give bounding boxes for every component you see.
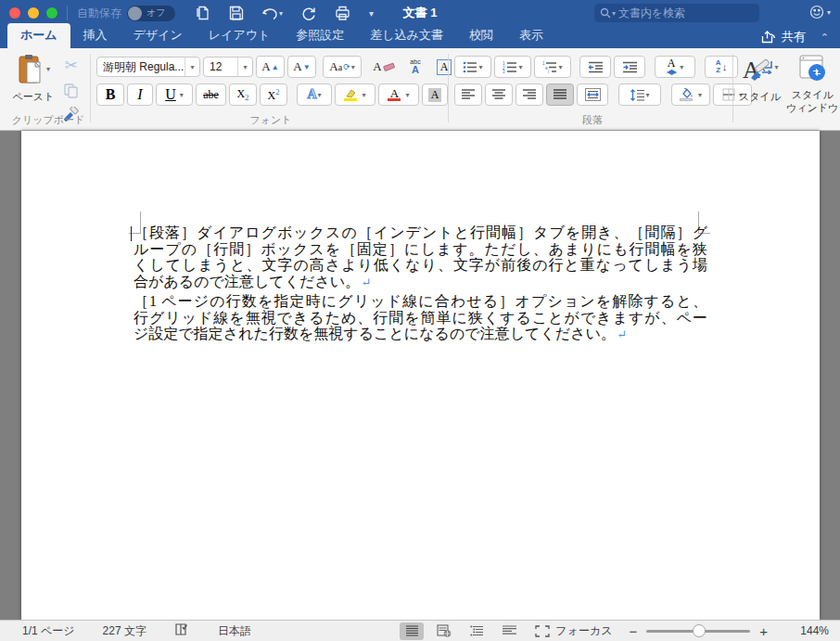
autosave-toggle-knob bbox=[128, 6, 142, 20]
decrease-indent-button[interactable] bbox=[579, 56, 611, 78]
feedback-control[interactable]: ▾ bbox=[809, 5, 831, 19]
close-window-button[interactable] bbox=[9, 7, 20, 19]
tab-design[interactable]: デザイン bbox=[121, 23, 196, 48]
text-effects-button[interactable]: A▾ bbox=[297, 83, 332, 106]
search-box[interactable]: ▾ bbox=[594, 4, 759, 22]
italic-button[interactable]: I bbox=[127, 83, 153, 106]
tab-mailings[interactable]: 差し込み文書 bbox=[357, 23, 456, 48]
save-icon[interactable] bbox=[229, 6, 244, 20]
align-center-button[interactable] bbox=[485, 83, 513, 106]
text-line: ［段落］ダイアログボックスの［インデントと行間幅］タブを開き、［間隔］グ bbox=[134, 224, 707, 241]
document-area[interactable]: ［段落］ダイアログボックスの［インデントと行間幅］タブを開き、［間隔］グ ループ… bbox=[0, 131, 840, 620]
autosave-toggle[interactable]: オフ bbox=[127, 6, 175, 21]
increase-indent-button[interactable] bbox=[614, 56, 645, 78]
undo-dropdown-caret[interactable]: ▾ bbox=[279, 9, 283, 18]
collapse-ribbon-chevron[interactable]: ⌃ bbox=[821, 32, 829, 44]
underline-button[interactable]: U▾ bbox=[156, 83, 193, 106]
highlighter-icon bbox=[344, 89, 357, 98]
copy-icon[interactable] bbox=[64, 83, 78, 98]
superscript-button[interactable]: X2 bbox=[260, 83, 287, 106]
font-size-caret: ▾ bbox=[237, 58, 252, 76]
paste-dropdown-caret[interactable]: ▾ bbox=[46, 65, 50, 73]
paint-bucket-icon bbox=[680, 88, 694, 98]
grow-font-button[interactable]: A▲ bbox=[256, 56, 285, 78]
toolbar-options-chevron[interactable]: ▾ bbox=[369, 8, 374, 19]
document-page[interactable]: ［段落］ダイアログボックスの［インデントと行間幅］タブを開き、［間隔］グ ループ… bbox=[21, 131, 820, 620]
align-left-button[interactable] bbox=[454, 83, 482, 106]
titlebar-divider bbox=[67, 6, 68, 20]
font-group-label: フォント bbox=[96, 113, 445, 127]
search-input[interactable] bbox=[618, 6, 739, 19]
font-color-bar bbox=[388, 98, 401, 101]
bullets-button[interactable]: ▾ bbox=[454, 56, 491, 78]
character-border-button[interactable]: A bbox=[431, 56, 457, 78]
shading-button[interactable]: ▾ bbox=[671, 83, 710, 106]
numbering-icon: 123 bbox=[503, 61, 517, 73]
character-border-icon: A bbox=[437, 59, 452, 75]
paragraph-group-label: 段落 bbox=[454, 113, 731, 127]
print-layout-view-button[interactable] bbox=[400, 622, 424, 640]
paste-button[interactable]: ▾ ペースト bbox=[9, 54, 57, 115]
document-text[interactable]: ［段落］ダイアログボックスの［インデントと行間幅］タブを開き、［間隔］グ ループ… bbox=[134, 224, 707, 343]
language-indicator[interactable]: 日本語 bbox=[218, 623, 251, 639]
justify-button[interactable] bbox=[546, 83, 574, 106]
bold-button[interactable]: B bbox=[96, 83, 124, 106]
asian-layout-button[interactable]: A ◀▶ ▾ bbox=[655, 56, 695, 78]
zoom-percentage[interactable]: 144% bbox=[781, 624, 829, 637]
change-case-button[interactable]: Aa ⟳▾ bbox=[323, 56, 362, 78]
page-count[interactable]: 1/1 ページ bbox=[22, 623, 75, 639]
draft-view-button[interactable] bbox=[497, 622, 521, 640]
align-right-button[interactable] bbox=[515, 83, 543, 106]
zoom-out-button[interactable]: − bbox=[629, 623, 637, 639]
tab-references[interactable]: 参照設定 bbox=[283, 23, 357, 48]
autosave-label: 自動保存 bbox=[77, 6, 121, 21]
styles-button[interactable]: A ▾ スタイル bbox=[739, 54, 781, 104]
font-size-combo[interactable]: 12 ▾ bbox=[203, 57, 253, 77]
share-icon bbox=[761, 31, 776, 44]
multilevel-list-button[interactable]: 1ai ▾ bbox=[534, 56, 571, 78]
tab-home[interactable]: ホーム bbox=[7, 23, 70, 48]
share-button[interactable]: 共有 bbox=[782, 29, 806, 45]
zoom-slider[interactable] bbox=[646, 630, 750, 633]
group-divider bbox=[732, 54, 733, 122]
clear-formatting-button[interactable]: A bbox=[368, 56, 400, 78]
subscript-button[interactable]: X2 bbox=[229, 83, 257, 106]
cut-icon[interactable]: ✂ bbox=[64, 56, 77, 75]
font-color-button[interactable]: A ▾ bbox=[378, 83, 419, 106]
text-line: 合があるので注意してください。↵ bbox=[134, 274, 707, 291]
zoom-in-button[interactable]: + bbox=[759, 623, 768, 639]
minimize-window-button[interactable] bbox=[28, 7, 39, 19]
eraser-icon bbox=[383, 62, 395, 72]
highlight-button[interactable]: ▾ bbox=[335, 83, 375, 106]
outline-view-button[interactable] bbox=[465, 622, 489, 640]
word-count[interactable]: 227 文字 bbox=[103, 623, 146, 639]
focus-mode-control[interactable]: フォーカス bbox=[535, 623, 612, 639]
strikethrough-button[interactable]: abe bbox=[196, 83, 226, 106]
styles-pane-label-line2: ウィンドウ bbox=[786, 102, 838, 113]
print-icon[interactable] bbox=[335, 6, 350, 20]
search-scope-caret[interactable]: ▾ bbox=[612, 9, 616, 18]
web-layout-view-button[interactable] bbox=[432, 622, 456, 640]
phonetic-guide-button[interactable]: abcA bbox=[402, 56, 428, 78]
line-spacing-button[interactable]: ▾ bbox=[618, 83, 661, 106]
zoom-window-button[interactable] bbox=[46, 7, 57, 19]
character-shading-button[interactable]: A bbox=[422, 83, 448, 106]
tab-review[interactable]: 校閲 bbox=[456, 23, 506, 48]
zoom-slider-thumb[interactable] bbox=[693, 624, 706, 637]
spellcheck-status[interactable] bbox=[174, 622, 190, 639]
ribbon: ▾ ペースト ✂ クリップボード 游明朝 Regula... ▾ 12 ▾ bbox=[0, 48, 840, 131]
text-line: 行グリッド線を無視できるため、行間を簡単に狭くすることができますが、ペー bbox=[134, 310, 707, 327]
shrink-font-button[interactable]: A▼ bbox=[287, 56, 316, 78]
tab-view[interactable]: 表示 bbox=[506, 23, 556, 48]
styles-pane-button[interactable]: スタイル ウィンドウ bbox=[786, 54, 838, 115]
numbering-button[interactable]: 123 ▾ bbox=[494, 56, 531, 78]
tab-layout[interactable]: レイアウト bbox=[196, 23, 284, 48]
undo-button[interactable]: ▾ bbox=[262, 6, 283, 20]
clipboard-group-label: クリップボード bbox=[7, 113, 89, 127]
distribute-text-button[interactable] bbox=[577, 83, 608, 106]
new-document-icon[interactable] bbox=[196, 6, 210, 20]
font-name-combo[interactable]: 游明朝 Regula... ▾ bbox=[96, 57, 200, 77]
tab-insert[interactable]: 挿入 bbox=[70, 23, 121, 48]
font-name-value: 游明朝 Regula... bbox=[97, 59, 185, 75]
redo-icon[interactable] bbox=[301, 6, 316, 20]
